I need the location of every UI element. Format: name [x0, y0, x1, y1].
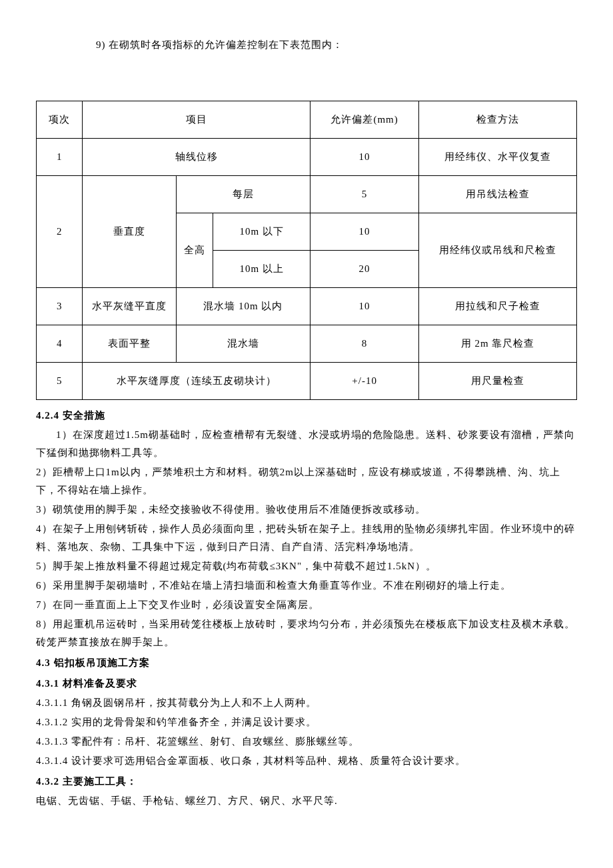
- p-424-5: 5）脚手架上推放料量不得超过规定荷载(均布荷载≤3KN"，集中荷载不超过1.5k…: [36, 557, 577, 575]
- r5-method: 用尺量检查: [419, 363, 577, 400]
- p-424-7: 7）在同一垂直面上上下交叉作业时，必须设置安全隔离层。: [36, 596, 577, 614]
- heading-431: 4.3.1 材料准备及要求: [36, 675, 577, 693]
- p-431-1: 4.3.1.1 角钢及圆钢吊杆，按其荷载分为上人和不上人两种。: [36, 694, 577, 712]
- r3-label: 水平灰缝平直度: [83, 288, 176, 325]
- r2-above: 10m 以上: [213, 251, 310, 288]
- heading-432: 4.3.2 主要施工工具：: [36, 773, 577, 791]
- p-424-3: 3）砌筑使用的脚手架，未经交接验收不得使用。验收使用后不准随便拆改或移动。: [36, 501, 577, 519]
- p-424-4: 4）在架子上用刨铐斩砖，操作人员必须面向里，把砖头斩在架子上。挂线用的坠物必须绑…: [36, 520, 577, 556]
- r4-method: 用 2m 靠尺检查: [419, 325, 577, 363]
- p-424-6: 6）采用里脚手架砌墙时，不准站在墙上清扫墙面和检查大角垂直等作业。不准在刚砌好的…: [36, 577, 577, 595]
- r3-sub: 混水墙 10m 以内: [176, 288, 310, 325]
- p-431-4: 4.3.1.4 设计要求可选用铝合金罩面板、收口条，其材料等品种、规格、质量符合…: [36, 752, 577, 770]
- heading-424: 4.2.4 安全措施: [36, 407, 577, 425]
- p-424-1: 1）在深度超过1.5m砌基础时，应检查槽帮有无裂缝、水浸或坍塌的危险隐患。送料、…: [36, 426, 577, 462]
- r1-item: 轴线位移: [83, 139, 310, 176]
- p-424-2: 2）距槽帮上口1m以内，严禁堆积土方和材料。砌筑2m以上深基础时，应设有梯或坡道…: [36, 463, 577, 499]
- r5-label: 水平灰缝厚度（连续五皮砌块计）: [83, 363, 310, 400]
- r1-dev: 10: [310, 139, 419, 176]
- th-item: 项目: [83, 101, 310, 139]
- r5-dev: +/-10: [310, 363, 419, 400]
- th-method: 检查方法: [419, 101, 577, 139]
- r5-idx: 5: [37, 363, 83, 400]
- r2-each-floor-method: 用吊线法检查: [419, 176, 577, 213]
- r1-idx: 1: [37, 139, 83, 176]
- r2-each-floor: 每层: [176, 176, 310, 213]
- r4-dev: 8: [310, 325, 419, 363]
- heading-43: 4.3 铝扣板吊顶施工方案: [36, 654, 577, 672]
- r2-full-height: 全高: [176, 213, 213, 288]
- intro-line: 9) 在砌筑时各项指标的允许偏差控制在下表范围内：: [96, 36, 577, 54]
- r4-idx: 4: [37, 325, 83, 363]
- r2-vertical-label: 垂直度: [83, 176, 176, 288]
- r2-each-floor-dev: 5: [310, 176, 419, 213]
- th-index: 项次: [37, 101, 83, 139]
- r4-sub: 混水墙: [176, 325, 310, 363]
- p-431-2: 4.3.1.2 实用的龙骨骨架和钓竿准备齐全，并满足设计要求。: [36, 713, 577, 731]
- r1-method: 用经纬仪、水平仪复查: [419, 139, 577, 176]
- th-deviation: 允许偏差(mm): [310, 101, 419, 139]
- p-424-8: 8）用起重机吊运砖时，当采用砖笼往楼板上放砖时，要求均匀分布，并必须预先在楼板底…: [36, 615, 577, 651]
- r3-idx: 3: [37, 288, 83, 325]
- r2-below: 10m 以下: [213, 213, 310, 251]
- deviation-table: 项次 项目 允许偏差(mm) 检查方法 1 轴线位移 10 用经纬仪、水平仪复查…: [36, 101, 577, 400]
- r2-below-dev: 10: [310, 213, 419, 251]
- r2-above-dev: 20: [310, 251, 419, 288]
- r2-height-method: 用经纬仪或吊线和尺检查: [419, 213, 577, 288]
- r3-method: 用拉线和尺子检查: [419, 288, 577, 325]
- p-432-1: 电锯、无齿锯、手锯、手枪钻、螺丝刀、方尺、钢尺、水平尺等.: [36, 792, 577, 810]
- r3-dev: 10: [310, 288, 419, 325]
- r4-label: 表面平整: [83, 325, 176, 363]
- r2-idx: 2: [37, 176, 83, 288]
- p-431-3: 4.3.1.3 零配件有：吊杆、花篮螺丝、射钉、自攻螺丝、膨胀螺丝等。: [36, 733, 577, 751]
